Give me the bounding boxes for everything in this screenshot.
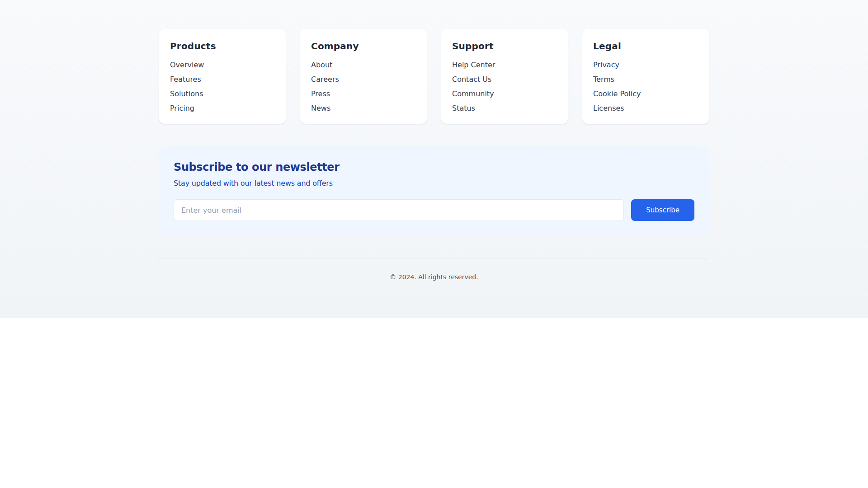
card-support: Support Help Center Contact Us Community… [441,29,568,124]
list-item: Licenses [593,104,698,113]
card-products-title: Products [170,41,275,52]
link-overview[interactable]: Overview [170,61,204,70]
link-careers[interactable]: Careers [311,75,339,84]
footer-content: Products Overview Features Solutions Pri… [159,29,709,281]
newsletter-subtitle: Stay updated with our latest news and of… [174,179,694,188]
list-item: Status [452,104,557,113]
list-item: Careers [311,75,416,84]
link-features[interactable]: Features [170,75,201,84]
list-item: Help Center [452,61,557,70]
list-item: Contact Us [452,75,557,84]
card-support-links: Help Center Contact Us Community Status [452,61,557,113]
link-help-center[interactable]: Help Center [452,61,495,70]
newsletter-title: Subscribe to our newsletter [174,161,694,174]
footer: Products Overview Features Solutions Pri… [0,0,868,318]
list-item: Features [170,75,275,84]
link-terms[interactable]: Terms [593,75,614,84]
list-item: Press [311,89,416,99]
subscribe-form: Subscribe [174,199,694,221]
list-item: Community [452,89,557,99]
list-item: News [311,104,416,113]
link-solutions[interactable]: Solutions [170,89,203,99]
link-press[interactable]: Press [311,89,330,99]
card-company-links: About Careers Press News [311,61,416,113]
card-products: Products Overview Features Solutions Pri… [159,29,286,124]
link-privacy[interactable]: Privacy [593,61,619,70]
card-legal-links: Privacy Terms Cookie Policy Licenses [593,61,698,113]
list-item: Terms [593,75,698,84]
link-licenses[interactable]: Licenses [593,104,624,113]
card-company: Company About Careers Press News [300,29,427,124]
card-products-links: Overview Features Solutions Pricing [170,61,275,113]
copyright-text: © 2024. All rights reserved. [159,273,709,281]
link-news[interactable]: News [311,104,330,113]
link-about[interactable]: About [311,61,332,70]
link-community[interactable]: Community [452,89,494,99]
link-cookie-policy[interactable]: Cookie Policy [593,89,641,99]
footer-link-columns: Products Overview Features Solutions Pri… [159,29,709,124]
subscribe-button[interactable]: Subscribe [631,199,694,221]
list-item: Solutions [170,89,275,99]
card-legal-title: Legal [593,41,698,52]
list-item: Privacy [593,61,698,70]
card-legal: Legal Privacy Terms Cookie Policy Licens… [582,29,709,124]
footer-divider [159,258,709,258]
link-pricing[interactable]: Pricing [170,104,194,113]
list-item: Pricing [170,104,275,113]
card-support-title: Support [452,41,557,52]
link-status[interactable]: Status [452,104,475,113]
list-item: Cookie Policy [593,89,698,99]
link-contact-us[interactable]: Contact Us [452,75,491,84]
email-input[interactable] [174,199,624,221]
list-item: Overview [170,61,275,70]
card-company-title: Company [311,41,416,52]
newsletter-panel: Subscribe to our newsletter Stay updated… [159,146,709,235]
list-item: About [311,61,416,70]
